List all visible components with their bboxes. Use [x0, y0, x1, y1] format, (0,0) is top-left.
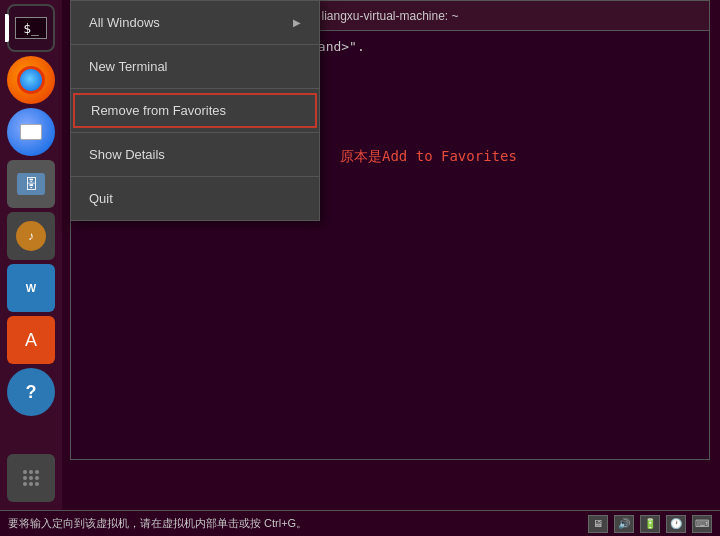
context-menu-item-quit[interactable]: Quit [71, 181, 319, 216]
firefox-icon [17, 66, 45, 94]
files-icon: 🗄 [17, 173, 45, 195]
context-menu-separator-1 [71, 44, 319, 45]
sidebar-icon-appstore[interactable]: A [7, 316, 55, 364]
context-menu-item-all-windows[interactable]: All Windows ▶ [71, 5, 319, 40]
rhythmbox-icon: ♪ [16, 221, 46, 251]
context-menu-item-remove-favorites[interactable]: Remove from Favorites [73, 93, 317, 128]
statusbar-icons: 🖥 🔊 🔋 🕐 ⌨ [588, 515, 712, 533]
context-menu-separator-2 [71, 88, 319, 89]
sidebar-icon-files[interactable]: 🗄 [7, 160, 55, 208]
sidebar-icon-libreoffice[interactable]: W [7, 264, 55, 312]
context-menu-item-new-terminal[interactable]: New Terminal [71, 49, 319, 84]
statusbar-left-text: 要将输入定向到该虚拟机，请在虚拟机内部单击或按 Ctrl+G。 [8, 516, 307, 531]
sidebar-icon-firefox[interactable] [7, 56, 55, 104]
statusbar: 要将输入定向到该虚拟机，请在虚拟机内部单击或按 Ctrl+G。 🖥 🔊 🔋 🕐 … [0, 510, 720, 536]
appstore-icon: A [17, 326, 45, 354]
sidebar-icon-terminal[interactable]: $_ [7, 4, 55, 52]
help-icon: ? [17, 378, 45, 406]
desktop: $_ 🗄 ♪ W [0, 0, 720, 510]
network-icon: 🖥 [588, 515, 608, 533]
sidebar: $_ 🗄 ♪ W [0, 0, 62, 510]
context-menu-separator-3 [71, 132, 319, 133]
apps-grid-icon [23, 470, 39, 486]
sidebar-icon-rhythmbox[interactable]: ♪ [7, 212, 55, 260]
battery-icon: 🔋 [640, 515, 660, 533]
clock-icon: 🕐 [666, 515, 686, 533]
context-menu-separator-4 [71, 176, 319, 177]
context-menu-item-show-details[interactable]: Show Details [71, 137, 319, 172]
audio-icon: 🔊 [614, 515, 634, 533]
terminal-icon: $_ [15, 17, 47, 39]
sidebar-icon-apps[interactable] [7, 454, 55, 502]
keyboard-icon: ⌨ [692, 515, 712, 533]
thunderbird-icon [20, 124, 42, 140]
context-menu: All Windows ▶ New Terminal Remove from F… [70, 0, 320, 221]
sidebar-icon-help[interactable]: ? [7, 368, 55, 416]
libreoffice-icon: W [17, 274, 45, 302]
annotation-text: 原本是Add to Favorites [340, 148, 517, 166]
sidebar-icon-thunderbird[interactable] [7, 108, 55, 156]
submenu-arrow-icon: ▶ [293, 17, 301, 28]
